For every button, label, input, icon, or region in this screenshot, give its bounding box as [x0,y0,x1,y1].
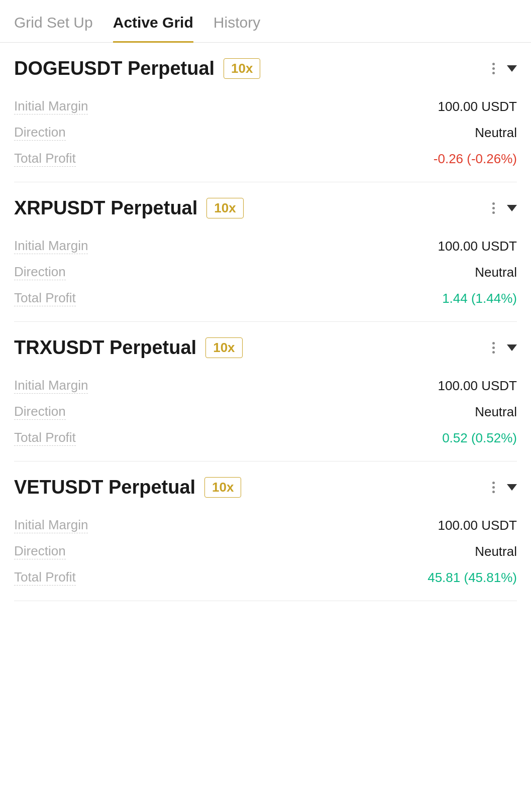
grid-item-title-trxusdt: TRXUSDT Perpetual [14,337,196,359]
direction-row-vetusdt: Direction Neutral [14,538,517,564]
total-profit-row-dogeusdt: Total Profit -0.26 (-0.26%) [14,146,517,172]
initial-margin-label-vetusdt[interactable]: Initial Margin [14,517,88,533]
total-profit-row-trxusdt: Total Profit 0.52 (0.52%) [14,425,517,451]
grid-item-dogeusdt: DOGEUSDT Perpetual 10x Initial Margin 10… [14,43,517,182]
direction-label-xrpusdt[interactable]: Direction [14,264,66,280]
initial-margin-row-xrpusdt: Initial Margin 100.00 USDT [14,233,517,259]
tab-active-grid[interactable]: Active Grid [113,0,193,43]
initial-margin-value-xrpusdt: 100.00 USDT [438,239,517,254]
direction-row-dogeusdt: Direction Neutral [14,120,517,146]
grid-items-container: DOGEUSDT Perpetual 10x Initial Margin 10… [0,43,531,601]
tab-grid-setup[interactable]: Grid Set Up [14,0,93,43]
leverage-badge-vetusdt: 10x [204,477,241,498]
direction-row-trxusdt: Direction Neutral [14,399,517,425]
direction-label-trxusdt[interactable]: Direction [14,404,66,420]
grid-item-title-group-trxusdt: TRXUSDT Perpetual 10x [14,337,243,359]
tab-bar: Grid Set Up Active Grid History [0,0,531,43]
grid-item-header-vetusdt: VETUSDT Perpetual 10x [14,477,517,498]
total-profit-value-vetusdt: 45.81 (45.81%) [428,570,517,586]
more-options-icon-dogeusdt[interactable] [492,61,495,77]
initial-margin-label-xrpusdt[interactable]: Initial Margin [14,238,88,254]
grid-item-title-group-xrpusdt: XRPUSDT Perpetual 10x [14,197,244,219]
leverage-badge-xrpusdt: 10x [206,198,243,218]
initial-margin-value-dogeusdt: 100.00 USDT [438,99,517,114]
direction-value-dogeusdt: Neutral [475,125,517,141]
grid-item-trxusdt: TRXUSDT Perpetual 10x Initial Margin 100… [14,322,517,461]
total-profit-value-dogeusdt: -0.26 (-0.26%) [434,151,517,167]
grid-item-title-group-vetusdt: VETUSDT Perpetual 10x [14,477,241,498]
initial-margin-row-trxusdt: Initial Margin 100.00 USDT [14,373,517,399]
grid-item-actions-dogeusdt [492,61,517,77]
total-profit-value-xrpusdt: 1.44 (1.44%) [442,291,517,306]
initial-margin-label-trxusdt[interactable]: Initial Margin [14,378,88,394]
grid-item-header-xrpusdt: XRPUSDT Perpetual 10x [14,197,517,219]
grid-item-xrpusdt: XRPUSDT Perpetual 10x Initial Margin 100… [14,182,517,322]
leverage-badge-trxusdt: 10x [205,337,242,358]
more-options-icon-trxusdt[interactable] [492,340,495,356]
direction-value-vetusdt: Neutral [475,544,517,559]
chevron-down-icon-xrpusdt[interactable] [507,205,517,211]
chevron-down-icon-trxusdt[interactable] [507,344,517,351]
grid-item-title-dogeusdt: DOGEUSDT Perpetual [14,58,215,79]
initial-margin-label-dogeusdt[interactable]: Initial Margin [14,98,88,114]
total-profit-label-trxusdt[interactable]: Total Profit [14,430,76,446]
grid-item-actions-xrpusdt [492,200,517,216]
total-profit-label-dogeusdt[interactable]: Total Profit [14,151,76,167]
grid-item-actions-vetusdt [492,480,517,496]
direction-value-xrpusdt: Neutral [475,265,517,280]
initial-margin-row-vetusdt: Initial Margin 100.00 USDT [14,512,517,538]
total-profit-row-xrpusdt: Total Profit 1.44 (1.44%) [14,285,517,311]
grid-item-actions-trxusdt [492,340,517,356]
initial-margin-row-dogeusdt: Initial Margin 100.00 USDT [14,93,517,120]
more-options-icon-vetusdt[interactable] [492,480,495,496]
grid-item-title-xrpusdt: XRPUSDT Perpetual [14,197,197,219]
direction-label-dogeusdt[interactable]: Direction [14,125,66,141]
chevron-down-icon-vetusdt[interactable] [507,484,517,491]
total-profit-label-vetusdt[interactable]: Total Profit [14,569,76,586]
more-options-icon-xrpusdt[interactable] [492,200,495,216]
grid-item-header-trxusdt: TRXUSDT Perpetual 10x [14,337,517,359]
grid-item-title-vetusdt: VETUSDT Perpetual [14,477,195,498]
leverage-badge-dogeusdt: 10x [224,58,260,79]
total-profit-row-vetusdt: Total Profit 45.81 (45.81%) [14,564,517,591]
tab-history[interactable]: History [214,0,260,43]
direction-row-xrpusdt: Direction Neutral [14,259,517,285]
grid-item-title-group-dogeusdt: DOGEUSDT Perpetual 10x [14,58,260,79]
direction-label-vetusdt[interactable]: Direction [14,543,66,559]
grid-item-vetusdt: VETUSDT Perpetual 10x Initial Margin 100… [14,461,517,601]
grid-item-header-dogeusdt: DOGEUSDT Perpetual 10x [14,58,517,79]
chevron-down-icon-dogeusdt[interactable] [507,65,517,72]
direction-value-trxusdt: Neutral [475,404,517,420]
initial-margin-value-vetusdt: 100.00 USDT [438,518,517,533]
total-profit-value-trxusdt: 0.52 (0.52%) [442,430,517,446]
initial-margin-value-trxusdt: 100.00 USDT [438,378,517,394]
total-profit-label-xrpusdt[interactable]: Total Profit [14,290,76,306]
